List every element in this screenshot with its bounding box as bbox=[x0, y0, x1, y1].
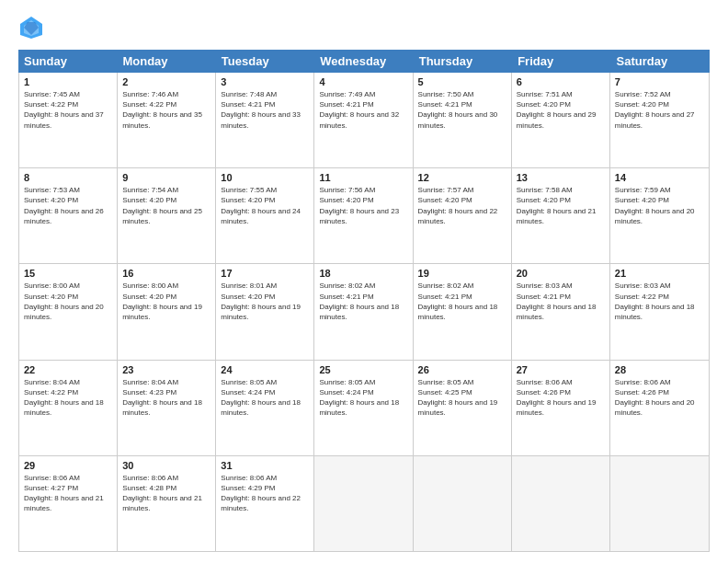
cell-info: Sunrise: 7:58 AM Sunset: 4:20 PM Dayligh… bbox=[517, 185, 605, 226]
cell-info: Sunrise: 7:53 AM Sunset: 4:20 PM Dayligh… bbox=[24, 185, 112, 226]
day-number: 4 bbox=[319, 76, 407, 87]
cell-info: Sunrise: 8:03 AM Sunset: 4:22 PM Dayligh… bbox=[615, 281, 704, 322]
calendar-cell: 1 Sunrise: 7:45 AM Sunset: 4:22 PM Dayli… bbox=[19, 73, 118, 167]
cell-info: Sunrise: 7:49 AM Sunset: 4:21 PM Dayligh… bbox=[319, 89, 407, 131]
cell-info: Sunrise: 7:46 AM Sunset: 4:22 PM Dayligh… bbox=[122, 89, 210, 131]
calendar-cell: 21 Sunrise: 8:03 AM Sunset: 4:22 PM Dayl… bbox=[610, 264, 709, 359]
calendar: SundayMondayTuesdayWednesdayThursdayFrid… bbox=[18, 50, 710, 552]
calendar-cell: 22 Sunrise: 8:04 AM Sunset: 4:22 PM Dayl… bbox=[19, 361, 118, 455]
weekday-header: Tuesday bbox=[216, 50, 314, 73]
cell-info: Sunrise: 8:05 AM Sunset: 4:24 PM Dayligh… bbox=[319, 377, 407, 419]
day-number: 27 bbox=[517, 364, 605, 375]
day-number: 5 bbox=[418, 76, 506, 87]
calendar-cell: 18 Sunrise: 8:02 AM Sunset: 4:21 PM Dayl… bbox=[314, 264, 413, 359]
calendar-cell: 30 Sunrise: 8:06 AM Sunset: 4:28 PM Dayl… bbox=[118, 456, 216, 551]
day-number: 26 bbox=[418, 364, 506, 375]
day-number: 7 bbox=[615, 76, 704, 87]
cell-info: Sunrise: 8:01 AM Sunset: 4:20 PM Dayligh… bbox=[221, 281, 309, 322]
day-number: 20 bbox=[517, 268, 605, 279]
day-number: 29 bbox=[24, 460, 112, 471]
calendar-body: 1 Sunrise: 7:45 AM Sunset: 4:22 PM Dayli… bbox=[18, 73, 710, 552]
day-number: 9 bbox=[122, 172, 210, 183]
cell-info: Sunrise: 8:06 AM Sunset: 4:27 PM Dayligh… bbox=[24, 473, 112, 514]
day-number: 15 bbox=[24, 268, 112, 279]
day-number: 18 bbox=[319, 268, 407, 279]
calendar-cell: 3 Sunrise: 7:48 AM Sunset: 4:21 PM Dayli… bbox=[216, 73, 314, 167]
cell-info: Sunrise: 8:02 AM Sunset: 4:21 PM Dayligh… bbox=[319, 281, 407, 322]
day-number: 31 bbox=[221, 460, 309, 471]
calendar-cell: 5 Sunrise: 7:50 AM Sunset: 4:21 PM Dayli… bbox=[414, 73, 512, 167]
calendar-cell: 12 Sunrise: 7:57 AM Sunset: 4:20 PM Dayl… bbox=[414, 168, 512, 263]
calendar-row: 22 Sunrise: 8:04 AM Sunset: 4:22 PM Dayl… bbox=[19, 361, 709, 456]
calendar-cell: 27 Sunrise: 8:06 AM Sunset: 4:26 PM Dayl… bbox=[512, 361, 610, 455]
cell-info: Sunrise: 8:04 AM Sunset: 4:22 PM Dayligh… bbox=[24, 377, 112, 419]
cell-info: Sunrise: 8:04 AM Sunset: 4:23 PM Dayligh… bbox=[122, 377, 210, 419]
day-number: 25 bbox=[319, 364, 407, 375]
cell-info: Sunrise: 8:00 AM Sunset: 4:20 PM Dayligh… bbox=[24, 281, 112, 322]
day-number: 8 bbox=[24, 172, 112, 183]
cell-info: Sunrise: 7:57 AM Sunset: 4:20 PM Dayligh… bbox=[418, 185, 506, 226]
header bbox=[18, 15, 710, 40]
calendar-cell: 2 Sunrise: 7:46 AM Sunset: 4:22 PM Dayli… bbox=[118, 73, 216, 167]
day-number: 30 bbox=[122, 460, 210, 471]
calendar-cell: 19 Sunrise: 8:02 AM Sunset: 4:21 PM Dayl… bbox=[414, 264, 512, 359]
day-number: 28 bbox=[615, 364, 704, 375]
calendar-cell: 23 Sunrise: 8:04 AM Sunset: 4:23 PM Dayl… bbox=[118, 361, 216, 455]
calendar-cell bbox=[512, 456, 610, 551]
weekday-header: Saturday bbox=[611, 50, 710, 73]
calendar-cell: 14 Sunrise: 7:59 AM Sunset: 4:20 PM Dayl… bbox=[610, 168, 709, 263]
calendar-cell: 17 Sunrise: 8:01 AM Sunset: 4:20 PM Dayl… bbox=[216, 264, 314, 359]
calendar-cell: 6 Sunrise: 7:51 AM Sunset: 4:20 PM Dayli… bbox=[512, 73, 610, 167]
calendar-cell: 25 Sunrise: 8:05 AM Sunset: 4:24 PM Dayl… bbox=[314, 361, 413, 455]
calendar-cell: 15 Sunrise: 8:00 AM Sunset: 4:20 PM Dayl… bbox=[19, 264, 118, 359]
day-number: 13 bbox=[517, 172, 605, 183]
calendar-row: 15 Sunrise: 8:00 AM Sunset: 4:20 PM Dayl… bbox=[19, 264, 709, 360]
calendar-cell: 24 Sunrise: 8:05 AM Sunset: 4:24 PM Dayl… bbox=[216, 361, 314, 455]
calendar-cell: 20 Sunrise: 8:03 AM Sunset: 4:21 PM Dayl… bbox=[512, 264, 610, 359]
cell-info: Sunrise: 7:48 AM Sunset: 4:21 PM Dayligh… bbox=[221, 89, 309, 131]
day-number: 6 bbox=[517, 76, 605, 87]
calendar-cell bbox=[610, 456, 709, 551]
day-number: 16 bbox=[122, 268, 210, 279]
day-number: 12 bbox=[418, 172, 506, 183]
day-number: 21 bbox=[615, 268, 704, 279]
cell-info: Sunrise: 8:05 AM Sunset: 4:25 PM Dayligh… bbox=[418, 377, 506, 419]
cell-info: Sunrise: 8:06 AM Sunset: 4:28 PM Dayligh… bbox=[122, 473, 210, 514]
calendar-cell: 4 Sunrise: 7:49 AM Sunset: 4:21 PM Dayli… bbox=[314, 73, 413, 167]
cell-info: Sunrise: 8:05 AM Sunset: 4:24 PM Dayligh… bbox=[221, 377, 309, 419]
day-number: 11 bbox=[319, 172, 407, 183]
day-number: 10 bbox=[221, 172, 309, 183]
calendar-cell: 16 Sunrise: 8:00 AM Sunset: 4:20 PM Dayl… bbox=[118, 264, 216, 359]
cell-info: Sunrise: 7:52 AM Sunset: 4:20 PM Dayligh… bbox=[615, 89, 704, 131]
logo bbox=[18, 15, 46, 40]
day-number: 2 bbox=[122, 76, 210, 87]
calendar-cell: 28 Sunrise: 8:06 AM Sunset: 4:26 PM Dayl… bbox=[610, 361, 709, 455]
calendar-cell: 26 Sunrise: 8:05 AM Sunset: 4:25 PM Dayl… bbox=[414, 361, 512, 455]
day-number: 3 bbox=[221, 76, 309, 87]
calendar-header: SundayMondayTuesdayWednesdayThursdayFrid… bbox=[18, 50, 710, 73]
cell-info: Sunrise: 8:02 AM Sunset: 4:21 PM Dayligh… bbox=[418, 281, 506, 322]
cell-info: Sunrise: 7:59 AM Sunset: 4:20 PM Dayligh… bbox=[615, 185, 704, 226]
day-number: 17 bbox=[221, 268, 309, 279]
calendar-cell: 9 Sunrise: 7:54 AM Sunset: 4:20 PM Dayli… bbox=[118, 168, 216, 263]
calendar-cell: 31 Sunrise: 8:06 AM Sunset: 4:29 PM Dayl… bbox=[216, 456, 314, 551]
weekday-header: Monday bbox=[117, 50, 215, 73]
calendar-row: 1 Sunrise: 7:45 AM Sunset: 4:22 PM Dayli… bbox=[19, 73, 709, 168]
page: SundayMondayTuesdayWednesdayThursdayFrid… bbox=[0, 0, 728, 563]
calendar-cell: 13 Sunrise: 7:58 AM Sunset: 4:20 PM Dayl… bbox=[512, 168, 610, 263]
cell-info: Sunrise: 7:56 AM Sunset: 4:20 PM Dayligh… bbox=[319, 185, 407, 226]
cell-info: Sunrise: 8:06 AM Sunset: 4:26 PM Dayligh… bbox=[517, 377, 605, 419]
calendar-cell: 7 Sunrise: 7:52 AM Sunset: 4:20 PM Dayli… bbox=[610, 73, 709, 167]
cell-info: Sunrise: 7:50 AM Sunset: 4:21 PM Dayligh… bbox=[418, 89, 506, 131]
cell-info: Sunrise: 7:45 AM Sunset: 4:22 PM Dayligh… bbox=[24, 89, 112, 131]
cell-info: Sunrise: 8:06 AM Sunset: 4:26 PM Dayligh… bbox=[615, 377, 704, 419]
weekday-header: Thursday bbox=[414, 50, 512, 73]
calendar-cell: 11 Sunrise: 7:56 AM Sunset: 4:20 PM Dayl… bbox=[314, 168, 413, 263]
calendar-cell: 10 Sunrise: 7:55 AM Sunset: 4:20 PM Dayl… bbox=[216, 168, 314, 263]
day-number: 23 bbox=[122, 364, 210, 375]
logo-icon bbox=[18, 15, 44, 40]
cell-info: Sunrise: 7:54 AM Sunset: 4:20 PM Dayligh… bbox=[122, 185, 210, 226]
cell-info: Sunrise: 7:55 AM Sunset: 4:20 PM Dayligh… bbox=[221, 185, 309, 226]
day-number: 14 bbox=[615, 172, 704, 183]
cell-info: Sunrise: 8:00 AM Sunset: 4:20 PM Dayligh… bbox=[122, 281, 210, 322]
